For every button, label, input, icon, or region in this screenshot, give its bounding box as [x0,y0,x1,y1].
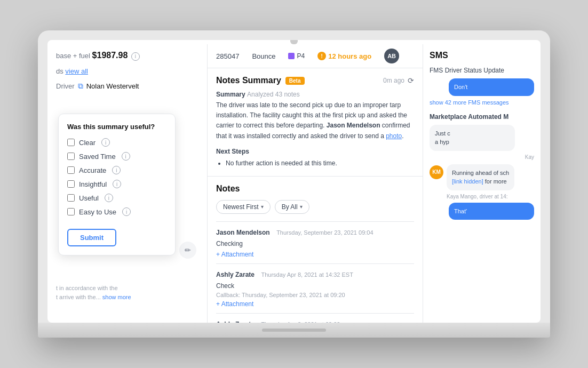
sms-title: SMS [430,51,534,60]
note-date-1: Thursday, September 23, 2021 09:04 [276,229,373,236]
notes-summary-header: Notes Summary Beta 0m ago ⟳ [216,76,414,85]
by-all-filter[interactable]: By All ▾ [275,200,309,214]
next-steps-title: Next Steps [216,148,414,155]
price-value: $1987.98 [92,51,128,60]
note-author-3: Ashly Zarate [216,321,255,323]
newest-first-filter[interactable]: Newest First ▾ [216,200,271,214]
marketplace-title: Marketplace Automated M [430,113,534,121]
checkbox-useful-label: Useful [79,194,99,202]
fms-header: FMS Driver Status Update [430,67,534,74]
callback-label-2: Callback: Thursday, September 23, 2021 a… [216,292,414,298]
screen-content: base + fuel $1987.98 i ds view all Drive… [47,40,541,323]
accurate-info-icon[interactable]: i [112,166,121,174]
km-message-row: KM Running ahead of sch [link hidden] fo… [430,164,534,199]
timestamp: 0m ago [383,77,404,84]
checkbox-insightful-label: Insightful [79,180,107,188]
sms-bubble-km: Running ahead of sch [link hidden] for m… [447,164,514,190]
summary-text: The driver was late to the second pick u… [216,100,414,141]
photo-link[interactable]: photo [386,132,402,140]
checkbox-insightful: Insightful i [67,180,166,188]
top-bar: 285047 Bounce P4 ! 12 hours ago AB [208,44,423,68]
easy-to-use-info-icon[interactable]: i [122,207,131,216]
laptop-frame: base + fuel $1987.98 i ds view all Drive… [38,30,550,338]
insightful-info-icon[interactable]: i [113,180,121,188]
view-all-link[interactable]: view all [65,67,88,75]
checkbox-clear-input[interactable] [67,139,75,146]
checkbox-clear: Clear i [67,138,166,147]
submit-button[interactable]: Submit [67,229,116,246]
km-avatar: KM [430,165,443,179]
time-ago: 12 hours ago [328,52,371,60]
refresh-icon[interactable]: ⟳ [408,76,414,85]
timestamp-row: 0m ago ⟳ [383,76,414,85]
checkbox-useful-input[interactable] [67,194,75,202]
bounce-label: Bounce [252,52,275,60]
notes-title: Notes [216,184,414,194]
priority-label: P4 [297,52,305,60]
checkbox-saved-time-label: Saved Time [79,153,116,161]
feedback-title: Was this summary useful? [67,123,166,131]
driver-name: Nolan Westervelt [86,82,139,90]
alert-icon: ! [317,52,326,60]
chevron-down-icon: ▾ [261,204,264,210]
checkbox-accurate-input[interactable] [67,166,75,174]
note-item-3: Ashly Zarate Thursday Apr 8, 2021 at 09:… [216,313,414,323]
note-item-2: Ashly Zarate Thursday Apr 8, 2021 at 14:… [216,263,414,313]
edit-icon[interactable]: ✏ [179,242,196,259]
sender-1: Kay [430,154,534,160]
price-line: base + fuel $1987.98 i [56,51,198,61]
driver-section: Driver ⧉ Nolan Westervelt [56,82,198,91]
show-more-link[interactable]: show more [102,294,131,300]
chevron-down-icon: ▾ [300,204,303,210]
checkbox-saved-time: Saved Time i [67,152,166,161]
contract-text: t in accordance with the t arrive with t… [56,284,131,301]
sms-bubble-right-1: Don't [449,78,534,96]
note-author-2: Ashly Zarate [216,271,255,278]
saved-time-info-icon[interactable]: i [122,152,130,161]
laptop-hinge [262,329,326,332]
driver-label: Driver [56,82,75,90]
note-item-1: Jason Mendelson Thursday, September 23, … [216,221,414,263]
analyzed-count: Analyzed 43 notes [247,91,300,98]
summary-label: Summary Analyzed 43 notes [216,91,414,98]
person-name: Jason Mendelson [327,122,380,129]
sender-meta: Kaya Mango, driver at 14: [447,194,514,199]
next-step-item: No further action is needed at this time… [226,158,414,169]
show-more-fms[interactable]: show 42 more FMS messages [430,99,534,106]
feedback-card: Was this summary useful? Clear i Saved T… [58,114,176,255]
right-panel: SMS FMS Driver Status Update Don't show … [423,44,541,323]
checkbox-easy-to-use-input[interactable] [67,208,75,215]
useful-info-icon[interactable]: i [105,194,113,202]
attachment-link-2[interactable]: + Attachment [216,300,414,308]
attachment-link-1[interactable]: + Attachment [216,251,414,258]
beta-badge: Beta [285,77,305,85]
view-all-line: ds view all [56,67,198,75]
link-hidden: [link hidden] [452,178,483,185]
sms-bubble-gray-1: Just c a hyp [430,125,515,151]
checkbox-saved-time-input[interactable] [67,153,75,160]
sms-bubble-right-2: That' [449,203,534,220]
price-info-icon[interactable]: i [131,52,140,61]
checkbox-clear-label: Clear [79,139,96,147]
priority-badge: P4 [288,52,305,60]
driver-copy-icon[interactable]: ⧉ [78,82,83,91]
left-panel: base + fuel $1987.98 i ds view all Drive… [47,44,208,323]
user-avatar[interactable]: AB [384,49,399,63]
note-body-1: Checking [216,239,414,249]
checkbox-insightful-input[interactable] [67,180,75,188]
note-author-1: Jason Mendelson [216,229,270,236]
time-badge: ! 12 hours ago [317,52,371,60]
note-date-2: Thursday Apr 8, 2021 at 14:32 EST [261,271,353,278]
notes-filters: Newest First ▾ By All ▾ [216,200,414,214]
load-id: 285047 [216,52,239,60]
checkbox-useful: Useful i [67,194,166,202]
clear-info-icon[interactable]: i [101,138,110,147]
price-prefix: base + fuel [56,52,90,60]
notes-summary-section: Notes Summary Beta 0m ago ⟳ Summary Anal… [208,68,423,177]
priority-dot [288,53,295,59]
laptop-screen: base + fuel $1987.98 i ds view all Drive… [47,40,541,323]
next-steps-list: No further action is needed at this time… [216,158,414,169]
notes-section: Notes Newest First ▾ By All ▾ J [208,177,423,323]
note-date-3: Thursday Apr 8, 2021 at 09:02 [261,321,340,323]
checkbox-easy-to-use-label: Easy to Use [79,208,116,216]
